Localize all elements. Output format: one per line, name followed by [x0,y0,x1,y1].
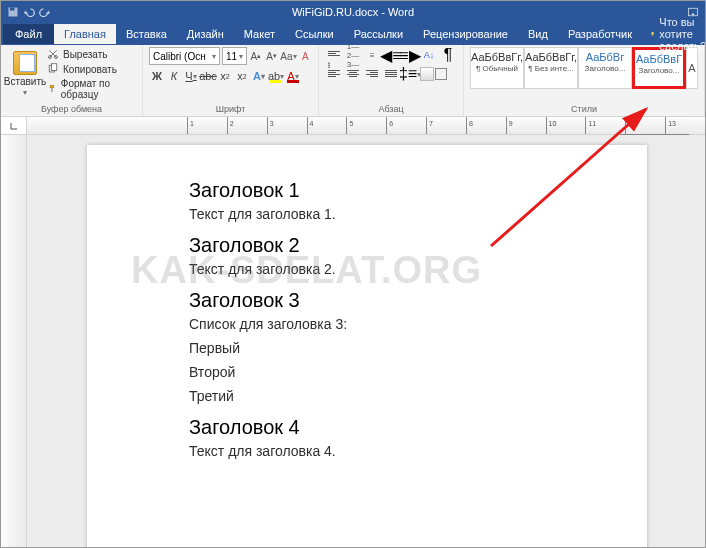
font-name-combo[interactable]: Calibri (Осн▾ [149,47,220,65]
svg-rect-10 [51,88,52,92]
clear-format-button[interactable]: A [298,47,312,65]
doc-heading-3[interactable]: Заголовок 3 [189,289,617,312]
tab-developer[interactable]: Разработчик [558,24,642,44]
text-effects-button[interactable]: A▾ [251,68,267,84]
grow-font-button[interactable]: A▴ [249,47,263,65]
tab-references[interactable]: Ссылки [285,24,344,44]
superscript-button[interactable]: x2 [234,68,250,84]
doc-p-3[interactable]: Список для заголовка 3: [189,316,617,332]
copy-button[interactable]: Копировать [45,62,136,76]
svg-rect-9 [50,85,54,87]
line-spacing-button[interactable]: ‡≡▾ [401,66,419,82]
doc-p-1[interactable]: Текст для заголовка 1. [189,206,617,222]
group-label-styles: Стили [470,103,698,115]
ruler-bar [1,117,705,135]
tab-view[interactable]: Вид [518,24,558,44]
tab-insert[interactable]: Вставка [116,24,177,44]
multilevel-button[interactable]: ≡ [363,47,381,63]
tab-file[interactable]: Файл [3,24,54,44]
align-left-button[interactable] [325,66,343,82]
svg-point-3 [651,32,654,35]
svg-rect-4 [652,35,653,36]
redo-icon[interactable] [39,6,51,18]
tab-layout[interactable]: Макет [234,24,285,44]
style-no-spacing[interactable]: АаБбВвГг,¶ Без инте... [524,47,578,89]
style-heading1[interactable]: АаБбВгЗаголово... [578,47,632,89]
doc-p-4[interactable]: Текст для заголовка 4. [189,443,617,459]
ruler-corner[interactable] [1,117,27,134]
vertical-ruler[interactable] [1,135,27,548]
italic-button[interactable]: К [166,68,182,84]
subscript-button[interactable]: x2 [217,68,233,84]
group-styles: АаБбВвГг,¶ Обычный АаБбВвГг,¶ Без инте..… [464,45,705,116]
group-paragraph: 1—2—3— ≡ ◀≡ ≡▶ A↓ ¶ ‡≡▾ Абзац [319,45,464,116]
workspace: Заголовок 1 Текст для заголовка 1. Загол… [1,135,705,548]
doc-heading-1[interactable]: Заголовок 1 [189,179,617,202]
copy-icon [47,63,59,75]
change-case-button[interactable]: Aa▾ [280,47,296,65]
doc-p-2[interactable]: Текст для заголовка 2. [189,261,617,277]
group-clipboard: Вставить ▾ Вырезать Копировать Формат по… [1,45,143,116]
window-title: WiFiGiD.RU.docx - Word [292,6,414,18]
bold-button[interactable]: Ж [149,68,165,84]
highlight-button[interactable]: ab▾ [268,68,284,84]
style-normal[interactable]: АаБбВвГг,¶ Обычный [470,47,524,89]
bulb-icon [650,28,655,40]
ribbon: Вставить ▾ Вырезать Копировать Формат по… [1,45,705,117]
numbering-button[interactable]: 1—2—3— [344,47,362,63]
group-label-clipboard: Буфер обмена [7,103,136,115]
underline-button[interactable]: Ч▾ [183,68,199,84]
document-page[interactable]: Заголовок 1 Текст для заголовка 1. Загол… [87,145,647,548]
undo-icon[interactable] [23,6,35,18]
doc-heading-2[interactable]: Заголовок 2 [189,234,617,257]
svg-rect-1 [10,8,15,11]
show-marks-button[interactable]: ¶ [439,47,457,63]
tab-review[interactable]: Рецензирование [413,24,518,44]
doc-li-1[interactable]: Первый [189,340,617,356]
group-label-font: Шрифт [149,103,312,115]
doc-li-3[interactable]: Третий [189,388,617,404]
tell-me-label: Что вы хотите сделать? [659,16,706,52]
save-icon[interactable] [7,6,19,18]
tab-selector-icon [9,121,19,131]
brush-icon [47,83,57,95]
scissors-icon [47,48,59,60]
svg-rect-8 [52,64,57,71]
format-painter-button[interactable]: Формат по образцу [45,77,136,101]
sort-button[interactable]: A↓ [420,47,438,63]
shrink-font-button[interactable]: A▾ [265,47,279,65]
paste-label: Вставить [4,76,46,87]
group-label-paragraph: Абзац [325,103,457,115]
align-center-button[interactable] [344,66,362,82]
paste-button[interactable]: Вставить ▾ [7,51,43,97]
style-more[interactable]: А [686,47,698,89]
dec-indent-button[interactable]: ◀≡ [382,47,400,63]
cut-button[interactable]: Вырезать [45,47,136,61]
shading-button[interactable] [420,67,434,81]
doc-li-2[interactable]: Второй [189,364,617,380]
style-heading2[interactable]: АаБбВвГЗаголово... [632,47,686,89]
font-color-button[interactable]: A▾ [285,68,301,84]
strike-button[interactable]: abc [200,68,216,84]
horizontal-ruler[interactable] [27,117,705,134]
align-right-button[interactable] [363,66,381,82]
borders-button[interactable] [435,68,447,80]
align-justify-button[interactable] [382,66,400,82]
paste-icon [13,51,37,75]
titlebar: WiFiGiD.RU.docx - Word [1,1,705,23]
tab-home[interactable]: Главная [54,24,116,44]
group-font: Calibri (Осн▾ 11▾ A▴ A▾ Aa▾ A Ж К Ч▾ abc… [143,45,319,116]
font-size-combo[interactable]: 11▾ [222,47,247,65]
tab-design[interactable]: Дизайн [177,24,234,44]
inc-indent-button[interactable]: ≡▶ [401,47,419,63]
doc-heading-4[interactable]: Заголовок 4 [189,416,617,439]
bullets-button[interactable] [325,47,343,63]
page-area[interactable]: Заголовок 1 Текст для заголовка 1. Загол… [27,135,705,548]
tell-me-search[interactable]: Что вы хотите сделать? [642,16,706,52]
